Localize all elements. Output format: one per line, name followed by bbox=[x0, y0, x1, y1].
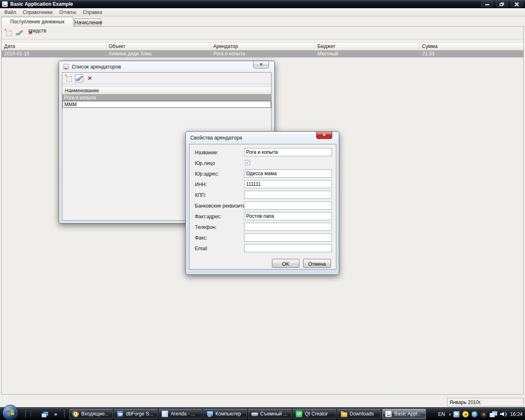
cancel-button[interactable]: Отмена bbox=[303, 259, 331, 268]
payments-table-header: Дата Объект Арендатор Бюджет Сумма bbox=[2, 42, 523, 50]
table-row-selected[interactable]: 2010-01-15 Хижина дяди Тома Рога и копыт… bbox=[2, 50, 523, 57]
flower-tray-icon[interactable] bbox=[462, 411, 469, 418]
menu-file[interactable]: Файл bbox=[1, 9, 20, 16]
form-row-legal-entity: Юр.лицо ✓ bbox=[189, 159, 336, 169]
a-app-tray-icon[interactable]: a bbox=[480, 411, 487, 418]
tenants-dialog-titlebar[interactable]: Список арендаторов bbox=[59, 61, 274, 73]
taskbar-button-dbforge[interactable]: dbForge S... bbox=[114, 409, 158, 419]
minimize-icon[interactable] bbox=[481, 1, 493, 7]
close-icon[interactable] bbox=[511, 1, 523, 7]
edit-record-button[interactable] bbox=[15, 29, 23, 37]
actual-address-field[interactable] bbox=[244, 212, 332, 220]
taskbar-button-qt-creator[interactable]: Qt Qt Creator bbox=[293, 409, 336, 419]
taskbar-button-computer[interactable]: Компьютер bbox=[203, 409, 247, 419]
language-indicator[interactable]: EN bbox=[438, 411, 445, 417]
column-header-budget[interactable]: Бюджет bbox=[315, 43, 420, 50]
qt-icon: Qt bbox=[296, 411, 302, 417]
tray-expand-chevron[interactable]: ‹ bbox=[449, 411, 451, 417]
name-label: Название: bbox=[195, 150, 218, 155]
tenant-delete-button[interactable]: × bbox=[86, 74, 94, 82]
props-dialog-close-icon[interactable]: × bbox=[316, 132, 332, 139]
taskbar-button-basic-application[interactable]: Basic Appl... bbox=[382, 409, 426, 419]
legal-address-field[interactable] bbox=[244, 169, 332, 178]
toolbar-grip[interactable] bbox=[64, 410, 65, 418]
new-item-icon: * bbox=[6, 31, 11, 36]
clock[interactable]: 16:24 bbox=[510, 411, 523, 417]
add-record-button[interactable]: * bbox=[4, 29, 12, 37]
switch-windows-icon[interactable] bbox=[41, 411, 48, 417]
kpp-field[interactable] bbox=[244, 191, 332, 199]
folder-icon bbox=[340, 411, 347, 417]
ok-button[interactable]: OK bbox=[272, 259, 299, 268]
teal-app-tray-icon[interactable] bbox=[471, 411, 478, 418]
tab-accrual[interactable]: Начисление bbox=[74, 18, 101, 26]
new-item-icon: * bbox=[66, 76, 72, 82]
java-app-icon bbox=[2, 1, 8, 7]
menu-reports[interactable]: Отчеты bbox=[56, 9, 79, 16]
restore-icon[interactable] bbox=[496, 1, 508, 7]
drive-icon bbox=[251, 411, 258, 417]
column-header-date[interactable]: Дата bbox=[2, 43, 106, 50]
actual-address-label: Факт.адрес: bbox=[195, 214, 221, 219]
column-header-object[interactable]: Объект bbox=[106, 43, 211, 50]
form-row-fax: Факс: bbox=[189, 233, 336, 244]
cell-budget: Местный bbox=[315, 50, 420, 57]
taskbar-button-downloads[interactable]: Downloads bbox=[338, 409, 381, 419]
inn-field[interactable] bbox=[244, 180, 332, 188]
tenants-table: Наименование Рога и копыта МММ bbox=[62, 87, 271, 108]
tenant-edit-button[interactable] bbox=[75, 74, 83, 82]
dbforge-icon bbox=[117, 411, 123, 417]
tenant-add-button[interactable]: * bbox=[64, 74, 73, 82]
email-field[interactable] bbox=[244, 244, 332, 252]
edit-pencil-icon bbox=[75, 75, 83, 82]
java-icon bbox=[385, 411, 392, 417]
fax-label: Факс: bbox=[195, 235, 208, 241]
tenants-dialog-title: Список арендаторов bbox=[72, 64, 121, 70]
start-button[interactable] bbox=[2, 405, 18, 420]
cell-object: Хижина дяди Тома bbox=[106, 50, 211, 57]
form-row-name: Название: bbox=[189, 148, 336, 159]
taskbar-button-removable-drive[interactable]: Съемный ... bbox=[248, 409, 292, 419]
menu-help[interactable]: Справка bbox=[80, 9, 105, 16]
java-dialog-icon bbox=[63, 64, 69, 70]
toolbar-grip[interactable] bbox=[25, 410, 26, 418]
status-period-label: Январь 2010г. bbox=[447, 398, 524, 406]
tenant-properties-dialog: Свойства арендатора × Название: Юр.лицо … bbox=[185, 131, 339, 275]
quick-launch-overflow-chevron[interactable]: » bbox=[54, 411, 57, 417]
column-header-sum[interactable]: Сумма bbox=[420, 43, 523, 50]
tenants-dialog-close-icon[interactable]: × bbox=[253, 61, 269, 68]
form-row-actual-address: Факт.адрес: bbox=[189, 212, 336, 223]
name-field[interactable] bbox=[244, 148, 332, 156]
tenant-row[interactable]: МММ bbox=[62, 101, 271, 108]
taskbar-button-inbox[interactable]: Входящие... bbox=[69, 409, 113, 419]
system-tray: EN ‹ a 16:24 bbox=[438, 408, 523, 420]
cell-sum: 21.33 bbox=[420, 50, 523, 57]
menu-directories[interactable]: Справочники bbox=[20, 9, 56, 16]
quick-launch: » bbox=[24, 410, 66, 418]
phone-field[interactable] bbox=[244, 223, 332, 231]
network-icon[interactable] bbox=[489, 411, 498, 418]
taskbar-button-arenda[interactable]: Arenda - ... bbox=[159, 409, 202, 419]
legal-entity-checkbox[interactable]: ✓ bbox=[245, 160, 250, 165]
messenger-tray-icon[interactable] bbox=[453, 411, 460, 418]
form-row-kpp: КПП: bbox=[189, 191, 336, 201]
edit-pencil-icon bbox=[16, 30, 23, 36]
bank-details-field[interactable] bbox=[244, 201, 332, 210]
show-desktop-icon[interactable] bbox=[30, 411, 38, 417]
tab-money-receipts[interactable]: Поступление денежных средств bbox=[1, 17, 73, 27]
phone-label: Телефон: bbox=[195, 224, 217, 230]
volume-icon[interactable] bbox=[500, 411, 507, 417]
desktop: Basic Application Example Файл Справочни… bbox=[0, 0, 525, 420]
props-dialog-title: Свойства арендатора bbox=[190, 135, 242, 141]
window-title: Basic Application Example bbox=[10, 1, 73, 7]
fax-field[interactable] bbox=[244, 233, 332, 242]
column-header-tenant[interactable]: Арендатор bbox=[211, 43, 315, 50]
bank-details-label: Банковские реквизиты: bbox=[195, 203, 248, 209]
form-row-inn: ИНН: bbox=[189, 180, 336, 191]
main-toolbar: * × bbox=[2, 27, 523, 39]
computer-icon bbox=[206, 411, 213, 417]
tenant-row-selected[interactable]: Рога и копыта bbox=[62, 94, 271, 101]
window-controls bbox=[481, 1, 523, 7]
taskbar-buttons: Входящие... dbForge S... Arenda - ... Ко… bbox=[69, 409, 426, 419]
tenants-column-header[interactable]: Наименование bbox=[62, 87, 271, 94]
